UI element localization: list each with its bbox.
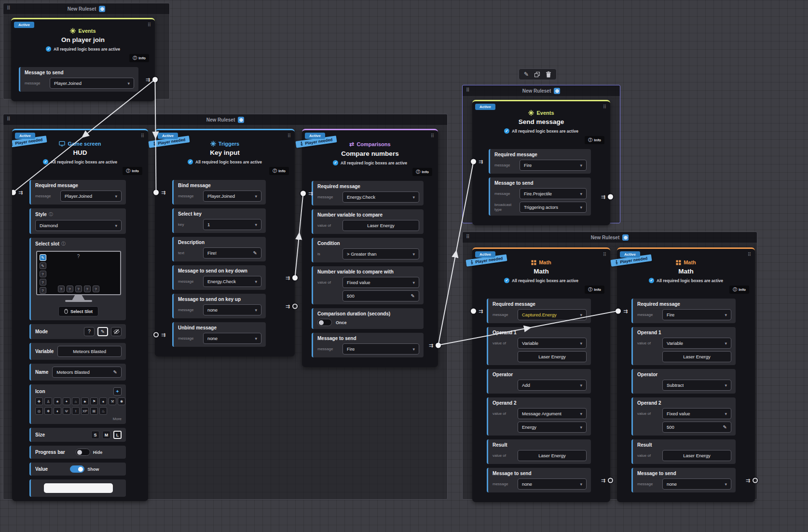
- selected-icon-swatch[interactable]: ✦: [113, 387, 122, 396]
- message-dropdown[interactable]: Player.Joined▾: [60, 191, 122, 202]
- compare-numbers-card[interactable]: Active Player needed ⠿ ⇄ Comparisons Com…: [302, 129, 438, 367]
- value-type-dropdown[interactable]: Variable▾: [518, 338, 587, 349]
- more-link[interactable]: More: [35, 417, 122, 421]
- icon-option[interactable]: ♣: [81, 397, 89, 405]
- icon-option[interactable]: ♨: [99, 407, 107, 415]
- slot-option[interactable]: ?: [40, 271, 46, 277]
- size-large-button[interactable]: L: [113, 431, 122, 439]
- icon-option[interactable]: ♦: [54, 407, 61, 415]
- icon-option[interactable]: ★: [54, 397, 61, 405]
- connector-dot[interactable]: [616, 308, 621, 314]
- delete-button[interactable]: [546, 71, 551, 78]
- drag-handle-icon[interactable]: ⠿: [7, 116, 11, 122]
- variable-button[interactable]: Laser Energy: [662, 351, 731, 362]
- argument-dropdown[interactable]: Energy▾: [518, 422, 587, 433]
- edit-pencil-icon[interactable]: ✎: [720, 424, 727, 430]
- drag-handle-icon[interactable]: ⠿: [141, 133, 144, 138]
- math-card-2[interactable]: Active Player needed ⠿ Math Math ✓ All r…: [617, 247, 755, 502]
- input-connector[interactable]: ⇉: [471, 159, 483, 164]
- variable-button[interactable]: Laser Energy: [518, 351, 587, 362]
- icon-option[interactable]: ✚: [35, 397, 43, 405]
- icon-option[interactable]: !: [72, 407, 80, 415]
- output-connector[interactable]: ⇉: [286, 275, 298, 280]
- slot-option[interactable]: ?: [84, 286, 91, 292]
- drag-handle-icon[interactable]: ⠿: [603, 252, 606, 257]
- broadcast-type-dropdown[interactable]: Triggering actors▾: [520, 202, 587, 213]
- on-player-join-card[interactable]: Active ⠿ Events On player join ✓ All req…: [11, 18, 155, 101]
- connector-dot[interactable]: [153, 332, 159, 337]
- name-field[interactable]: Meteors Blasted✎: [52, 367, 122, 378]
- icon-option[interactable]: ♠: [99, 397, 107, 405]
- send-message-card[interactable]: Active ⠿ Events Send message ✓ All requi…: [472, 100, 610, 225]
- connector-dot[interactable]: [753, 477, 758, 483]
- once-toggle[interactable]: [317, 319, 332, 326]
- icon-option[interactable]: ⌂: [72, 397, 80, 405]
- operator-dropdown[interactable]: Subtract▾: [662, 380, 731, 391]
- input-connector[interactable]: ⇉: [616, 308, 628, 314]
- connector-dot[interactable]: [292, 303, 298, 309]
- math-card-1[interactable]: Active Player needed ⠿ Math Math ✓ All r…: [472, 247, 610, 502]
- connector-dot[interactable]: [301, 191, 306, 196]
- connector-dot[interactable]: [292, 275, 298, 280]
- icon-option[interactable]: ⚒: [109, 397, 116, 405]
- message-dropdown[interactable]: none▾: [203, 304, 261, 315]
- style-dropdown[interactable]: Diamond▾: [35, 220, 122, 231]
- icon-option[interactable]: XP: [81, 407, 89, 415]
- info-tab[interactable]: ⓘInfo: [729, 286, 749, 294]
- message-dropdown[interactable]: Fire▾: [342, 343, 419, 355]
- value-type-dropdown[interactable]: Fixed value▾: [342, 277, 419, 288]
- drag-handle-icon[interactable]: ⠿: [748, 252, 751, 257]
- edit-pencil-icon[interactable]: ✎: [250, 250, 257, 256]
- ruleset-group-4[interactable]: ⠿ New Ruleset ⊕ Active Player needed ⠿ M…: [462, 232, 757, 500]
- icon-option[interactable]: ⚑: [90, 397, 98, 405]
- message-dropdown[interactable]: Captured.Energy▾: [518, 309, 587, 320]
- progress-bar-toggle[interactable]: [76, 449, 90, 456]
- icon-option[interactable]: ✱: [118, 397, 125, 405]
- input-connector[interactable]: ⇉: [153, 332, 165, 337]
- info-tab[interactable]: ⓘInfo: [585, 286, 604, 294]
- icon-option[interactable]: Ψ: [63, 407, 70, 415]
- ruleset-header[interactable]: ⠿ New Ruleset ⊕: [3, 3, 169, 14]
- mode-edit-button[interactable]: ✎: [97, 327, 108, 336]
- slot-option[interactable]: ✎: [40, 262, 46, 269]
- duplicate-button[interactable]: [534, 72, 540, 77]
- value-toggle[interactable]: [70, 465, 84, 473]
- connector-dot[interactable]: [153, 190, 159, 195]
- size-medium-button[interactable]: M: [102, 431, 110, 439]
- input-connector[interactable]: ⇉: [12, 190, 23, 195]
- operator-dropdown[interactable]: Add▾: [518, 380, 587, 391]
- variable-button[interactable]: Meteors Blasted: [57, 346, 122, 357]
- output-connector[interactable]: ⇉: [601, 194, 613, 199]
- message-dropdown[interactable]: none▾: [203, 333, 261, 344]
- info-tab[interactable]: ⓘInfo: [412, 168, 432, 176]
- size-small-button[interactable]: S: [91, 431, 99, 439]
- variable-button[interactable]: Laser Energy: [662, 450, 731, 461]
- icon-option[interactable]: ◎: [35, 407, 43, 415]
- drag-handle-icon[interactable]: ⠿: [7, 5, 11, 11]
- slot-question[interactable]: ?: [77, 254, 80, 259]
- icon-option[interactable]: ❖: [44, 407, 52, 415]
- hud-card[interactable]: Active Player needed ⠿ Game screen HUD ✓…: [12, 129, 148, 501]
- description-field[interactable]: Fire!✎: [203, 247, 261, 259]
- icon-option[interactable]: ♙: [44, 397, 52, 405]
- slot-option[interactable]: ?: [75, 286, 82, 292]
- connector-dot[interactable]: [608, 194, 613, 199]
- select-slot-button[interactable]: Select Slot: [58, 306, 98, 316]
- info-circle-icon[interactable]: ⓘ: [49, 211, 53, 218]
- info-tab[interactable]: ⓘInfo: [269, 167, 289, 175]
- output-connector[interactable]: ⇉: [286, 303, 298, 309]
- message-dropdown[interactable]: Energy.Check▾: [342, 191, 419, 203]
- edit-pencil-icon[interactable]: ✎: [408, 293, 415, 299]
- key-input-card[interactable]: Active Player needed ⠿ Triggers Key inpu…: [155, 129, 295, 356]
- connector-dot[interactable]: [471, 308, 476, 314]
- input-connector[interactable]: ⇉: [153, 190, 165, 195]
- input-connector[interactable]: ⇉: [301, 191, 313, 196]
- icon-option[interactable]: ✦: [63, 397, 70, 405]
- key-dropdown[interactable]: 1▾: [203, 219, 261, 230]
- add-icon[interactable]: ⊕: [238, 117, 244, 123]
- slot-preview-screen[interactable]: ? ✎ ✎ ? ? ? ? ? ? ? ?: [36, 251, 121, 295]
- message-dropdown[interactable]: none▾: [662, 478, 731, 490]
- add-icon[interactable]: ⊕: [554, 88, 560, 94]
- drag-handle-icon[interactable]: ⠿: [603, 104, 606, 109]
- icon-option[interactable]: ⊠: [90, 407, 98, 415]
